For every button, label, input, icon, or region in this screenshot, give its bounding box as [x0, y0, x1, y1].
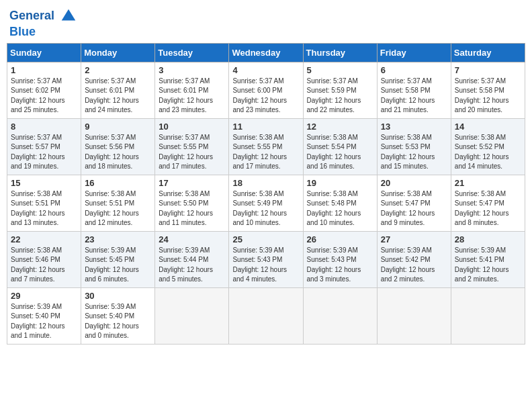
day-number: 11 [232, 122, 299, 132]
day-number: 13 [381, 122, 447, 132]
day-info: Sunrise: 5:37 AM Sunset: 5:57 PM Dayligh… [11, 133, 77, 172]
day-number: 30 [85, 291, 151, 301]
day-number: 5 [307, 65, 373, 75]
day-info: Sunrise: 5:39 AM Sunset: 5:40 PM Dayligh… [85, 302, 151, 341]
week-row: 29 Sunrise: 5:39 AM Sunset: 5:40 PM Dayl… [7, 287, 525, 344]
week-row: 22 Sunrise: 5:38 AM Sunset: 5:46 PM Dayl… [7, 231, 525, 287]
day-number: 28 [455, 234, 521, 244]
calendar-cell: 24 Sunrise: 5:39 AM Sunset: 5:44 PM Dayl… [155, 231, 229, 287]
day-number: 1 [11, 65, 77, 75]
day-number: 23 [85, 234, 151, 244]
calendar-cell: 26 Sunrise: 5:39 AM Sunset: 5:43 PM Dayl… [303, 231, 377, 287]
day-number: 7 [455, 65, 521, 75]
calendar-cell: 9 Sunrise: 5:37 AM Sunset: 5:56 PM Dayli… [81, 118, 155, 175]
day-info: Sunrise: 5:38 AM Sunset: 5:51 PM Dayligh… [85, 189, 151, 228]
day-number: 14 [455, 122, 521, 132]
day-info: Sunrise: 5:38 AM Sunset: 5:52 PM Dayligh… [455, 133, 521, 172]
day-number: 18 [232, 178, 299, 188]
day-number: 26 [307, 234, 373, 244]
day-number: 2 [85, 65, 151, 75]
col-header-thursday: Thursday [303, 43, 377, 62]
calendar-cell: 7 Sunrise: 5:37 AM Sunset: 5:58 PM Dayli… [451, 62, 525, 118]
day-info: Sunrise: 5:37 AM Sunset: 6:00 PM Dayligh… [232, 77, 299, 116]
day-info: Sunrise: 5:38 AM Sunset: 5:48 PM Dayligh… [307, 189, 373, 228]
page-header: General Blue [7, 7, 525, 39]
calendar-cell: 13 Sunrise: 5:38 AM Sunset: 5:53 PM Dayl… [377, 118, 451, 175]
day-number: 22 [11, 234, 77, 244]
calendar-cell: 3 Sunrise: 5:37 AM Sunset: 6:01 PM Dayli… [155, 62, 229, 118]
calendar-cell: 25 Sunrise: 5:39 AM Sunset: 5:43 PM Dayl… [229, 231, 303, 287]
day-number: 12 [307, 122, 373, 132]
calendar-cell: 12 Sunrise: 5:38 AM Sunset: 5:54 PM Dayl… [303, 118, 377, 175]
day-number: 25 [232, 234, 299, 244]
calendar-cell: 6 Sunrise: 5:37 AM Sunset: 5:58 PM Dayli… [377, 62, 451, 118]
calendar-cell: 19 Sunrise: 5:38 AM Sunset: 5:48 PM Dayl… [303, 175, 377, 231]
calendar-table: SundayMondayTuesdayWednesdayThursdayFrid… [7, 43, 525, 345]
calendar-cell: 10 Sunrise: 5:37 AM Sunset: 5:55 PM Dayl… [155, 118, 229, 175]
col-header-saturday: Saturday [451, 43, 525, 62]
day-number: 27 [381, 234, 447, 244]
week-row: 15 Sunrise: 5:38 AM Sunset: 5:51 PM Dayl… [7, 175, 525, 231]
calendar-cell: 11 Sunrise: 5:38 AM Sunset: 5:55 PM Dayl… [229, 118, 303, 175]
day-number: 17 [159, 178, 225, 188]
col-header-tuesday: Tuesday [155, 43, 229, 62]
calendar-cell: 30 Sunrise: 5:39 AM Sunset: 5:40 PM Dayl… [81, 287, 155, 344]
day-number: 10 [159, 122, 225, 132]
day-info: Sunrise: 5:38 AM Sunset: 5:47 PM Dayligh… [455, 189, 521, 228]
logo-blue: Blue [9, 26, 78, 39]
day-info: Sunrise: 5:39 AM Sunset: 5:42 PM Dayligh… [381, 246, 447, 285]
day-number: 21 [455, 178, 521, 188]
day-number: 8 [11, 122, 77, 132]
calendar-cell [451, 287, 525, 344]
calendar-cell: 16 Sunrise: 5:38 AM Sunset: 5:51 PM Dayl… [81, 175, 155, 231]
day-number: 20 [381, 178, 447, 188]
calendar-cell: 5 Sunrise: 5:37 AM Sunset: 5:59 PM Dayli… [303, 62, 377, 118]
day-info: Sunrise: 5:38 AM Sunset: 5:55 PM Dayligh… [232, 133, 299, 172]
calendar-cell [229, 287, 303, 344]
col-header-wednesday: Wednesday [229, 43, 303, 62]
calendar-cell: 17 Sunrise: 5:38 AM Sunset: 5:50 PM Dayl… [155, 175, 229, 231]
calendar-cell [377, 287, 451, 344]
day-info: Sunrise: 5:37 AM Sunset: 5:56 PM Dayligh… [85, 133, 151, 172]
col-header-monday: Monday [81, 43, 155, 62]
day-info: Sunrise: 5:37 AM Sunset: 5:59 PM Dayligh… [307, 77, 373, 116]
calendar-cell: 20 Sunrise: 5:38 AM Sunset: 5:47 PM Dayl… [377, 175, 451, 231]
day-info: Sunrise: 5:37 AM Sunset: 6:02 PM Dayligh… [11, 77, 77, 116]
calendar-cell: 21 Sunrise: 5:38 AM Sunset: 5:47 PM Dayl… [451, 175, 525, 231]
day-number: 3 [159, 65, 225, 75]
svg-marker-0 [62, 9, 76, 21]
day-info: Sunrise: 5:38 AM Sunset: 5:51 PM Dayligh… [11, 189, 77, 228]
day-info: Sunrise: 5:38 AM Sunset: 5:46 PM Dayligh… [11, 246, 77, 285]
col-header-friday: Friday [377, 43, 451, 62]
calendar-cell: 27 Sunrise: 5:39 AM Sunset: 5:42 PM Dayl… [377, 231, 451, 287]
day-number: 6 [381, 65, 447, 75]
header-row: SundayMondayTuesdayWednesdayThursdayFrid… [7, 43, 525, 62]
day-info: Sunrise: 5:39 AM Sunset: 5:43 PM Dayligh… [307, 246, 373, 285]
day-info: Sunrise: 5:39 AM Sunset: 5:40 PM Dayligh… [11, 302, 77, 341]
day-info: Sunrise: 5:37 AM Sunset: 6:01 PM Dayligh… [85, 77, 151, 116]
day-number: 29 [11, 291, 77, 301]
day-info: Sunrise: 5:39 AM Sunset: 5:44 PM Dayligh… [159, 246, 225, 285]
day-info: Sunrise: 5:38 AM Sunset: 5:49 PM Dayligh… [232, 189, 299, 228]
day-number: 19 [307, 178, 373, 188]
day-info: Sunrise: 5:37 AM Sunset: 6:01 PM Dayligh… [159, 77, 225, 116]
calendar-cell: 29 Sunrise: 5:39 AM Sunset: 5:40 PM Dayl… [7, 287, 81, 344]
day-info: Sunrise: 5:39 AM Sunset: 5:45 PM Dayligh… [85, 246, 151, 285]
day-info: Sunrise: 5:39 AM Sunset: 5:41 PM Dayligh… [455, 246, 521, 285]
day-info: Sunrise: 5:37 AM Sunset: 5:58 PM Dayligh… [381, 77, 447, 116]
day-info: Sunrise: 5:37 AM Sunset: 5:55 PM Dayligh… [159, 133, 225, 172]
calendar-cell: 4 Sunrise: 5:37 AM Sunset: 6:00 PM Dayli… [229, 62, 303, 118]
calendar-cell: 8 Sunrise: 5:37 AM Sunset: 5:57 PM Dayli… [7, 118, 81, 175]
calendar-cell: 1 Sunrise: 5:37 AM Sunset: 6:02 PM Dayli… [7, 62, 81, 118]
calendar-cell: 14 Sunrise: 5:38 AM Sunset: 5:52 PM Dayl… [451, 118, 525, 175]
calendar-cell: 18 Sunrise: 5:38 AM Sunset: 5:49 PM Dayl… [229, 175, 303, 231]
day-info: Sunrise: 5:38 AM Sunset: 5:47 PM Dayligh… [381, 189, 447, 228]
day-info: Sunrise: 5:37 AM Sunset: 5:58 PM Dayligh… [455, 77, 521, 116]
week-row: 8 Sunrise: 5:37 AM Sunset: 5:57 PM Dayli… [7, 118, 525, 175]
calendar-cell: 22 Sunrise: 5:38 AM Sunset: 5:46 PM Dayl… [7, 231, 81, 287]
week-row: 1 Sunrise: 5:37 AM Sunset: 6:02 PM Dayli… [7, 62, 525, 118]
logo: General Blue [9, 7, 78, 39]
day-number: 24 [159, 234, 225, 244]
day-info: Sunrise: 5:38 AM Sunset: 5:50 PM Dayligh… [159, 189, 225, 228]
calendar-cell: 15 Sunrise: 5:38 AM Sunset: 5:51 PM Dayl… [7, 175, 81, 231]
